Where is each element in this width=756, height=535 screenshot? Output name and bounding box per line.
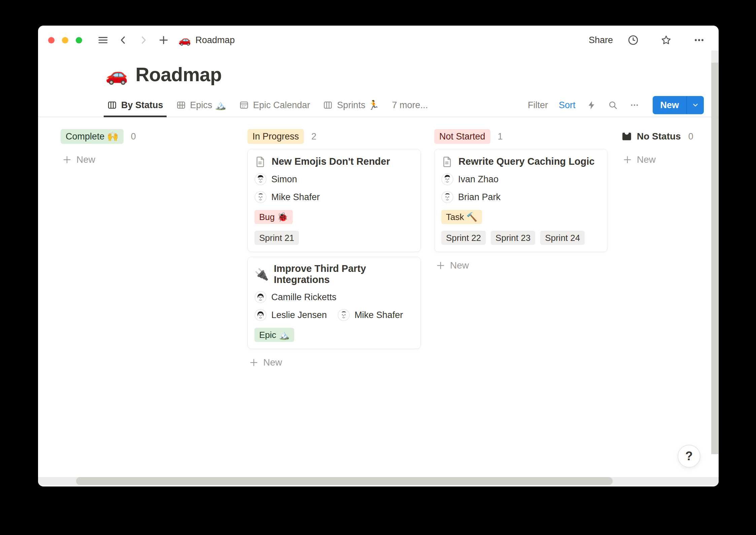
tab-epic-calendar[interactable]: Epic Calendar (239, 94, 310, 117)
vertical-scrollbar-track[interactable] (711, 51, 718, 63)
add-card-button[interactable]: New (61, 154, 234, 165)
updates-button[interactable] (626, 33, 641, 48)
board-view: Complete 🙌 0 New In Progress 2 (38, 117, 719, 368)
titlebar-actions: Share (589, 33, 707, 48)
app-window: 🚗 Roadmap Share 🚗 Roadma (38, 26, 719, 486)
person-row: Simon (254, 173, 414, 185)
card-new-emojis-dont-render[interactable]: New Emojis Don't Render Simon (247, 149, 421, 252)
tab-label: Epic Calendar (253, 100, 310, 111)
card-title: Rewrite Query Caching Logic (458, 156, 594, 167)
avatar (254, 173, 267, 185)
new-button-dropdown[interactable] (687, 96, 704, 114)
view-controls: Filter Sort New (528, 96, 704, 114)
add-card-button[interactable]: New (434, 260, 608, 271)
add-card-button[interactable]: New (621, 154, 719, 165)
plus-icon (158, 34, 169, 46)
card-rewrite-query-caching-logic[interactable]: Rewrite Query Caching Logic Ivan Zhao (434, 149, 608, 252)
search-view-button[interactable] (608, 100, 618, 111)
person-name: Leslie Jensen (271, 310, 327, 320)
sort-button[interactable]: Sort (559, 100, 576, 111)
add-card-label: New (450, 260, 469, 271)
person-name: Mike Shafer (271, 192, 320, 202)
add-card-button[interactable]: New (247, 357, 421, 368)
column-count: 1 (498, 131, 503, 142)
person: Ivan Zhao (441, 173, 499, 185)
column-header[interactable]: Not Started 1 (434, 129, 608, 144)
tag-row: Epic 🏔️ (254, 328, 414, 342)
tabs-more-label: 7 more... (392, 100, 428, 111)
share-button[interactable]: Share (589, 35, 613, 45)
tag-sprint: Sprint 21 (254, 231, 299, 245)
calendar-icon (239, 100, 249, 110)
person-name: Mike Shafer (354, 310, 403, 320)
column-count: 2 (311, 131, 316, 142)
sidebar-toggle-button[interactable] (96, 33, 110, 48)
card-list: New Emojis Don't Render Simon (247, 149, 421, 349)
card-title: Improve Third Party Integrations (274, 263, 414, 285)
person-name: Brian Park (458, 192, 501, 202)
favorite-button[interactable] (659, 33, 674, 48)
column-header[interactable]: In Progress 2 (247, 129, 421, 144)
tag-sprint: Sprint 23 (491, 231, 535, 245)
tab-by-status[interactable]: By Status (107, 94, 163, 117)
person: Simon (254, 173, 297, 185)
new-tab-button[interactable] (156, 33, 171, 48)
horizontal-scrollbar-thumb[interactable] (76, 477, 613, 485)
filter-button[interactable]: Filter (528, 100, 548, 111)
tabs-more-button[interactable]: 7 more... (392, 94, 428, 117)
vertical-scrollbar-thumb[interactable] (711, 63, 718, 454)
more-options-button[interactable] (692, 33, 707, 48)
help-button[interactable]: ? (678, 445, 700, 468)
person: Brian Park (441, 191, 501, 203)
card-list: Rewrite Query Caching Logic Ivan Zhao (434, 149, 608, 252)
avatar (254, 291, 267, 303)
person-row: Ivan Zhao (441, 173, 600, 185)
tab-sprints[interactable]: Sprints 🏃 (323, 94, 379, 117)
status-badge: Not Started (434, 129, 490, 144)
board-icon (323, 100, 333, 110)
column-in-progress: In Progress 2 New Emojis Don't Render (247, 129, 421, 368)
traffic-lights (48, 37, 82, 43)
person-name: Camille Ricketts (271, 292, 337, 303)
ellipsis-icon (693, 34, 705, 46)
status-badge: Complete 🙌 (61, 129, 124, 144)
automations-button[interactable] (586, 100, 597, 111)
card-improve-third-party-integrations[interactable]: 🔌 Improve Third Party Integrations Camil… (247, 257, 421, 349)
page-title[interactable]: Roadmap (135, 63, 221, 86)
view-tab-bar: By Status Epics 🏔️ Epic Calendar Sprints… (38, 94, 719, 117)
nav-back-button[interactable] (116, 33, 131, 48)
horizontal-scrollbar-track[interactable] (38, 477, 719, 485)
inbox-icon (621, 131, 632, 142)
plug-emoji-icon: 🔌 (254, 269, 269, 280)
zoom-window-button[interactable] (76, 37, 82, 43)
page-emoji-icon[interactable]: 🚗 (105, 65, 128, 84)
tag-row: Sprint 21 (254, 231, 414, 245)
lightning-icon (586, 100, 596, 110)
card-title-row: 🔌 Improve Third Party Integrations (254, 263, 414, 285)
plus-icon (622, 155, 632, 165)
page-icon (254, 155, 267, 167)
close-window-button[interactable] (48, 37, 55, 43)
tag-sprint: Sprint 24 (540, 231, 585, 245)
tab-epics[interactable]: Epics 🏔️ (176, 94, 226, 117)
new-button[interactable]: New (653, 96, 686, 114)
add-card-label: New (263, 357, 282, 368)
chevron-left-icon (118, 35, 129, 45)
star-icon (660, 34, 672, 46)
nav-forward-button[interactable] (136, 33, 151, 48)
page-icon (441, 155, 453, 167)
add-card-label: New (637, 154, 656, 165)
tag-row: Sprint 22 Sprint 23 Sprint 24 (441, 231, 600, 245)
view-options-button[interactable] (629, 100, 640, 111)
minimize-window-button[interactable] (62, 37, 68, 43)
column-header[interactable]: No Status 0 (621, 129, 719, 144)
person: Leslie Jensen (254, 309, 327, 321)
column-count: 0 (688, 131, 693, 142)
tag-sprint: Sprint 22 (441, 231, 486, 245)
avatar (441, 191, 453, 203)
tag-epic: Epic 🏔️ (254, 328, 294, 342)
ellipsis-icon (629, 100, 640, 110)
tab-label: By Status (121, 100, 163, 111)
breadcrumb[interactable]: 🚗 Roadmap (178, 35, 235, 45)
column-header[interactable]: Complete 🙌 0 (61, 129, 234, 144)
